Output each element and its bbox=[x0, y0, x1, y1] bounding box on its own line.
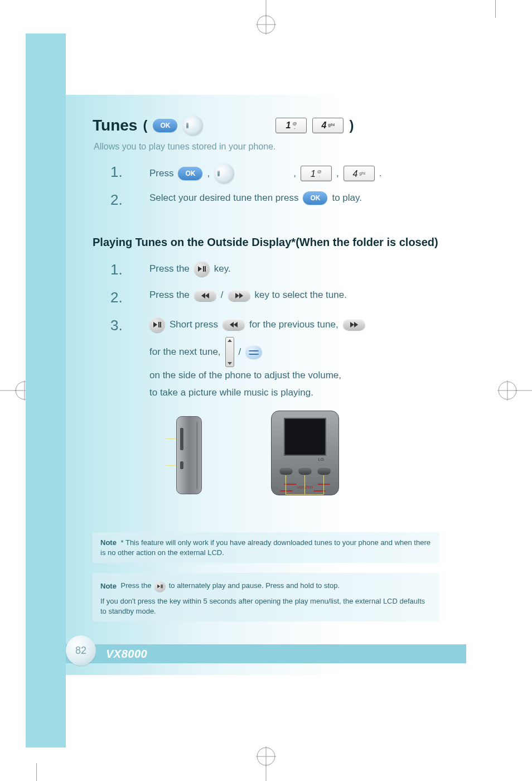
keypad-4-icon: 4 ghi bbox=[312, 118, 344, 133]
camera-key-icon bbox=[245, 345, 262, 359]
step-2-number: 2. bbox=[110, 190, 123, 210]
svg-rect-32 bbox=[162, 585, 163, 589]
keypad-1-icon: 1 @ . bbox=[301, 166, 332, 181]
note-1-body: * This feature will only work if you hav… bbox=[100, 538, 431, 557]
svg-marker-23 bbox=[153, 322, 157, 327]
note-2-body-b: to alternately play and pause. Press and… bbox=[169, 582, 340, 590]
step-2: 2. Select your desired tune then press O… bbox=[93, 188, 439, 216]
heading-close-paren: ) bbox=[349, 117, 354, 134]
lg-logo-label: LG bbox=[318, 457, 324, 463]
crop-tick-bottom-left bbox=[36, 759, 59, 781]
svg-rect-17 bbox=[203, 266, 204, 272]
step-1-text-e: . bbox=[379, 167, 382, 180]
keypad-4-main: 4 bbox=[321, 119, 326, 132]
svg-marker-28 bbox=[350, 322, 354, 327]
svg-point-12 bbox=[499, 382, 516, 399]
crop-mark-top bbox=[246, 0, 286, 36]
svg-point-4 bbox=[257, 748, 275, 765]
outside-step-3-b: for the next tune, bbox=[149, 346, 221, 359]
rewind-icon bbox=[194, 290, 216, 301]
crop-mark-right bbox=[496, 371, 532, 410]
note-1-title: Note bbox=[100, 538, 117, 547]
svg-marker-22 bbox=[239, 293, 243, 298]
outside-step-3-e: to take a picture while music is playing… bbox=[149, 387, 313, 399]
ok-button-icon: OK bbox=[153, 119, 177, 132]
svg-rect-24 bbox=[158, 322, 159, 327]
outside-step-3-c: / bbox=[239, 346, 241, 359]
outside-step-2-tail: key to select the tune. bbox=[255, 289, 347, 302]
phone-diagram: LG verizon bbox=[93, 405, 439, 522]
left-sidebar-band bbox=[26, 33, 66, 748]
step-1-text-b: , bbox=[207, 167, 210, 180]
phone-front-view: LG verizon bbox=[271, 411, 339, 495]
note-2-body-c: If you don't press the key within 5 seco… bbox=[100, 597, 425, 615]
outside-step-3-number: 3. bbox=[110, 316, 123, 335]
volume-key-icon bbox=[225, 337, 234, 367]
svg-marker-29 bbox=[354, 322, 358, 327]
verizon-label: verizon bbox=[272, 484, 338, 491]
outside-step-2-number: 2. bbox=[110, 288, 123, 307]
outside-step-3: 3. Short press for the previous tune, fo… bbox=[93, 314, 439, 403]
play-pause-icon bbox=[149, 317, 165, 332]
page-number: 82 bbox=[75, 645, 86, 657]
crop-tick-top-right bbox=[473, 0, 496, 22]
steps-group-outside: 1. Press the key. 2. Press the / key bbox=[93, 258, 439, 522]
forward-icon bbox=[343, 319, 365, 330]
crop-mark-bottom bbox=[246, 745, 286, 781]
section-heading-tunes: Tunes ( OK 1 @ . 4 ghi ) bbox=[93, 115, 439, 136]
outside-step-3-d: on the side of the phone to adjust the v… bbox=[149, 369, 341, 382]
svg-rect-18 bbox=[205, 266, 206, 272]
heading-text: Tunes bbox=[93, 115, 137, 136]
footer-model: VX8000 bbox=[106, 648, 147, 661]
outside-step-1-number: 1. bbox=[110, 260, 123, 279]
outside-step-3-pre: Short press bbox=[170, 319, 218, 331]
left-softkey-icon bbox=[214, 163, 234, 184]
section-intro: Allows you to play tunes stored in your … bbox=[94, 141, 439, 153]
left-softkey-icon bbox=[183, 115, 203, 136]
ok-button-icon: OK bbox=[303, 191, 327, 205]
step-1-number: 1. bbox=[110, 162, 123, 182]
forward-icon bbox=[228, 290, 250, 301]
note-2-title: Note bbox=[100, 582, 117, 590]
svg-point-1 bbox=[257, 16, 275, 33]
outside-step-2-text: Press the bbox=[149, 289, 190, 302]
step-1: 1. Press OK , , 1 @ . , 4 ghi bbox=[93, 160, 439, 188]
steps-group-inside: 1. Press OK , , 1 @ . , 4 ghi bbox=[93, 160, 439, 216]
keypad-1-icon: 1 @ . bbox=[275, 118, 307, 133]
outside-step-1-text: Press the bbox=[149, 263, 190, 276]
keypad-1-main: 1 bbox=[286, 119, 291, 132]
svg-marker-16 bbox=[198, 266, 202, 272]
outside-step-1: 1. Press the key. bbox=[93, 258, 439, 286]
svg-marker-27 bbox=[234, 322, 238, 327]
page-number-medallion: 82 bbox=[66, 635, 96, 666]
ok-button-icon: OK bbox=[178, 167, 202, 180]
note-box-1: Note * This feature will only work if yo… bbox=[93, 532, 439, 563]
keypad-1-sub-bot: . bbox=[294, 126, 295, 129]
play-pause-icon bbox=[194, 261, 210, 277]
svg-marker-19 bbox=[201, 293, 205, 298]
outside-step-2: 2. Press the / key to select the tune. bbox=[93, 286, 439, 314]
note-box-2: Note Press the to alternately play and p… bbox=[93, 573, 439, 621]
svg-rect-25 bbox=[160, 322, 161, 327]
outside-step-2-mid: / bbox=[221, 289, 224, 302]
keypad-4-icon: 4 ghi bbox=[344, 166, 375, 181]
outside-step-3-a: for the previous tune, bbox=[249, 319, 338, 331]
rewind-icon bbox=[223, 319, 245, 330]
outside-step-1-tail: key. bbox=[214, 263, 231, 276]
step-1-text-a: Press bbox=[149, 167, 173, 180]
heading-open-paren: ( bbox=[143, 117, 147, 134]
play-pause-icon bbox=[154, 581, 166, 592]
svg-rect-31 bbox=[161, 585, 161, 589]
svg-marker-21 bbox=[235, 293, 239, 298]
subheading-outside-display: Playing Tunes on the Outside Display*(Wh… bbox=[93, 235, 439, 250]
phone-side-view bbox=[176, 416, 202, 494]
svg-marker-30 bbox=[157, 585, 160, 589]
keypad-4-sub: ghi bbox=[328, 122, 335, 128]
step-1-text-d: , bbox=[336, 167, 339, 180]
step-2-text-a: Select your desired tune then press bbox=[149, 192, 298, 205]
footer-band: VX8000 bbox=[66, 644, 466, 663]
note-2-body-a: Press the bbox=[121, 582, 152, 590]
svg-marker-26 bbox=[230, 322, 234, 327]
step-2-text-b: to play. bbox=[332, 192, 362, 205]
manual-page: Tunes ( OK 1 @ . 4 ghi ) Allows you to p… bbox=[66, 95, 466, 675]
